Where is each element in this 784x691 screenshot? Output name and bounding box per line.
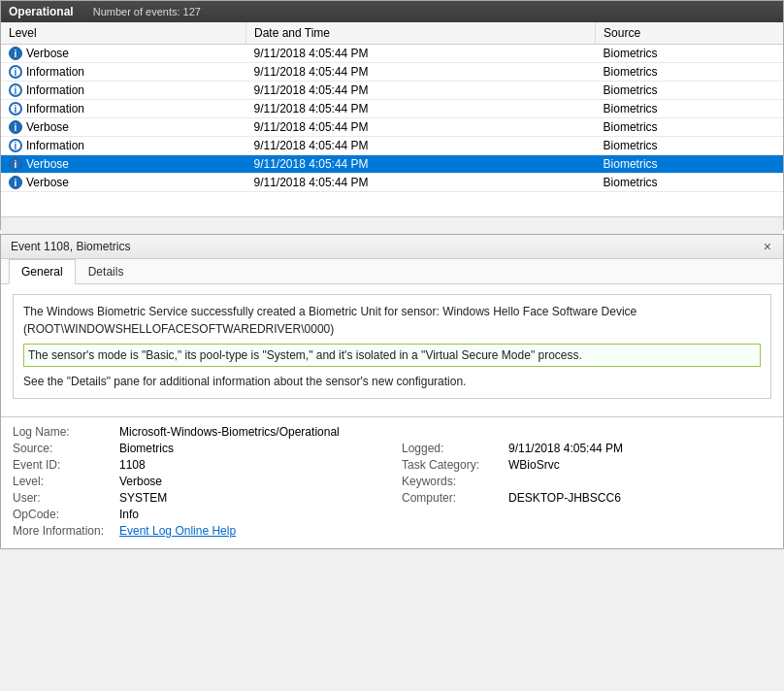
cell-datetime: 9/11/2018 4:05:44 PM (246, 155, 596, 174)
message-box: The Windows Biometric Service successful… (13, 294, 771, 399)
opcode-label: OpCode: (13, 508, 119, 521)
level-text: Information (26, 102, 84, 115)
cell-datetime: 9/11/2018 4:05:44 PM (246, 63, 596, 82)
level-text: Information (26, 65, 84, 79)
detail-content: The Windows Biometric Service successful… (1, 284, 783, 416)
detail-header: Event 1108, Biometrics × (1, 235, 783, 259)
cell-level: iVerbose (1, 174, 246, 192)
event-list-panel: Operational Number of events: 127 Level … (0, 0, 784, 230)
meta-col-right: Logged: 9/11/2018 4:05:44 PM Task Catego… (402, 442, 771, 524)
table-row[interactable]: iVerbose9/11/2018 4:05:44 PMBiometrics (1, 174, 783, 192)
log-name-label: Log Name: (13, 425, 119, 439)
log-name-row: Log Name: Microsoft-Windows-Biometrics/O… (13, 425, 771, 439)
tabs-row: General Details (1, 259, 783, 284)
logged-label: Logged: (402, 442, 508, 455)
opcode-row: OpCode: Info (13, 508, 382, 521)
close-button[interactable]: × (762, 240, 773, 253)
computer-row: Computer: DESKTOP-JHBSCC6 (402, 491, 771, 505)
cell-source: Biometrics (596, 100, 783, 118)
col-level[interactable]: Level (1, 22, 246, 45)
event-id-row: Event ID: 1108 (13, 458, 382, 472)
info-icon: i (9, 102, 22, 115)
cell-datetime: 9/11/2018 4:05:44 PM (246, 118, 596, 137)
source-label: Source: (13, 442, 119, 455)
info-icon: i (9, 139, 22, 152)
level-text: Information (26, 83, 84, 97)
cell-source: Biometrics (596, 118, 783, 137)
detail-panel: Event 1108, Biometrics × General Details… (0, 234, 784, 549)
event-table-container[interactable]: Level Date and Time Source iVerbose9/11/… (1, 22, 783, 216)
horizontal-scrollbar[interactable] (1, 216, 783, 230)
level-meta-value: Verbose (119, 475, 162, 488)
meta-cols: Source: Biometrics Event ID: 1108 Level:… (13, 442, 771, 524)
toolbar-title: Operational (9, 5, 74, 18)
table-row[interactable]: iVerbose9/11/2018 4:05:44 PMBiometrics (1, 155, 783, 174)
level-meta-label: Level: (13, 475, 119, 488)
cell-level: iInformation (1, 137, 246, 155)
table-row[interactable]: iInformation9/11/2018 4:05:44 PMBiometri… (1, 63, 783, 82)
cell-source: Biometrics (596, 137, 783, 155)
verbose-icon: i (9, 120, 22, 134)
cell-level: iVerbose (1, 118, 246, 137)
user-label: User: (13, 491, 119, 505)
col-source[interactable]: Source (596, 22, 783, 45)
meta-col-left: Source: Biometrics Event ID: 1108 Level:… (13, 442, 382, 524)
table-row[interactable]: iInformation9/11/2018 4:05:44 PMBiometri… (1, 137, 783, 155)
cell-level: iVerbose (1, 155, 246, 174)
user-value: SYSTEM (119, 491, 167, 505)
keywords-row: Keywords: (402, 475, 771, 488)
table-row[interactable]: iVerbose9/11/2018 4:05:44 PMBiometrics (1, 118, 783, 137)
cell-datetime: 9/11/2018 4:05:44 PM (246, 100, 596, 118)
cell-datetime: 9/11/2018 4:05:44 PM (246, 82, 596, 100)
log-name-value: Microsoft-Windows-Biometrics/Operational (119, 425, 340, 439)
cell-datetime: 9/11/2018 4:05:44 PM (246, 137, 596, 155)
cell-datetime: 9/11/2018 4:05:44 PM (246, 174, 596, 192)
cell-source: Biometrics (596, 155, 783, 174)
table-header-row: Level Date and Time Source (1, 22, 783, 45)
event-id-label: Event ID: (13, 458, 119, 472)
cell-level: iInformation (1, 100, 246, 118)
tab-general[interactable]: General (9, 259, 76, 284)
message-line1: The Windows Biometric Service successful… (23, 303, 761, 338)
task-category-row: Task Category: WBioSrvc (402, 458, 771, 472)
level-row: Level: Verbose (13, 475, 382, 488)
opcode-value: Info (119, 508, 139, 521)
more-info-label: More Information: (13, 524, 119, 538)
info-icon: i (9, 83, 22, 97)
verbose-icon: i (9, 157, 22, 171)
computer-label: Computer: (402, 491, 508, 505)
table-row[interactable]: iVerbose9/11/2018 4:05:44 PMBiometrics (1, 45, 783, 63)
highlighted-message: The sensor's mode is "Basic," its pool-t… (23, 344, 761, 367)
logged-row: Logged: 9/11/2018 4:05:44 PM (402, 442, 771, 455)
task-category-label: Task Category: (402, 458, 508, 472)
computer-value: DESKTOP-JHBSCC6 (508, 491, 621, 505)
level-text: Verbose (26, 47, 69, 60)
main-container: Operational Number of events: 127 Level … (0, 0, 784, 691)
message-line3: See the "Details" pane for additional in… (23, 373, 761, 390)
user-row: User: SYSTEM (13, 491, 382, 505)
level-text: Verbose (26, 157, 69, 171)
logged-value: 9/11/2018 4:05:44 PM (508, 442, 623, 455)
level-text: Verbose (26, 120, 69, 134)
table-row[interactable]: iInformation9/11/2018 4:05:44 PMBiometri… (1, 82, 783, 100)
more-info-link[interactable]: Event Log Online Help (119, 524, 236, 538)
tab-details[interactable]: Details (76, 259, 137, 284)
cell-source: Biometrics (596, 82, 783, 100)
cell-level: iVerbose (1, 45, 246, 63)
keywords-label: Keywords: (402, 475, 508, 488)
detail-title: Event 1108, Biometrics (11, 240, 130, 253)
source-row: Source: Biometrics (13, 442, 382, 455)
cell-level: iInformation (1, 63, 246, 82)
cell-source: Biometrics (596, 174, 783, 192)
col-datetime[interactable]: Date and Time (246, 22, 596, 45)
event-table: Level Date and Time Source iVerbose9/11/… (1, 22, 783, 192)
task-category-value: WBioSrvc (508, 458, 560, 472)
level-text: Verbose (26, 176, 69, 189)
verbose-icon: i (9, 176, 22, 189)
level-text: Information (26, 139, 84, 152)
metadata-section: Log Name: Microsoft-Windows-Biometrics/O… (1, 416, 783, 548)
event-id-value: 1108 (119, 458, 146, 472)
toolbar: Operational Number of events: 127 (1, 1, 783, 22)
cell-source: Biometrics (596, 63, 783, 82)
table-row[interactable]: iInformation9/11/2018 4:05:44 PMBiometri… (1, 100, 783, 118)
